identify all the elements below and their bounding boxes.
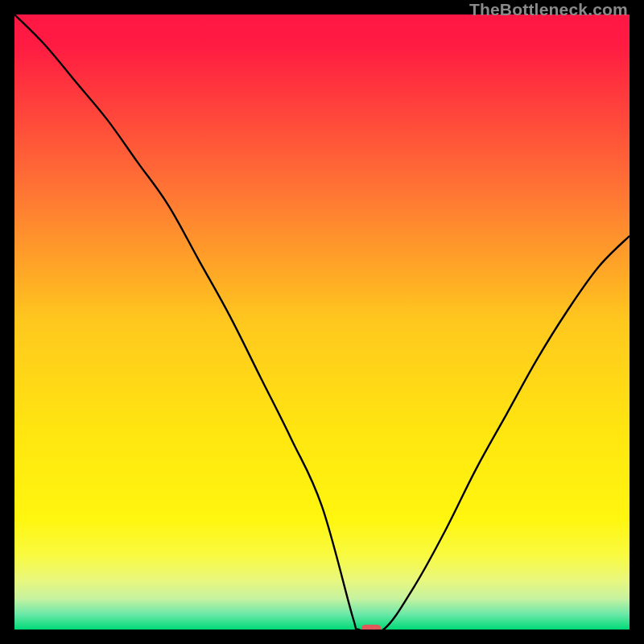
chart-background [14,14,630,630]
plot-area [14,14,630,630]
chart-frame: TheBottleneck.com [0,0,644,644]
optimal-marker [361,625,381,630]
chart-svg [14,14,630,630]
watermark-text: TheBottleneck.com [469,0,628,19]
